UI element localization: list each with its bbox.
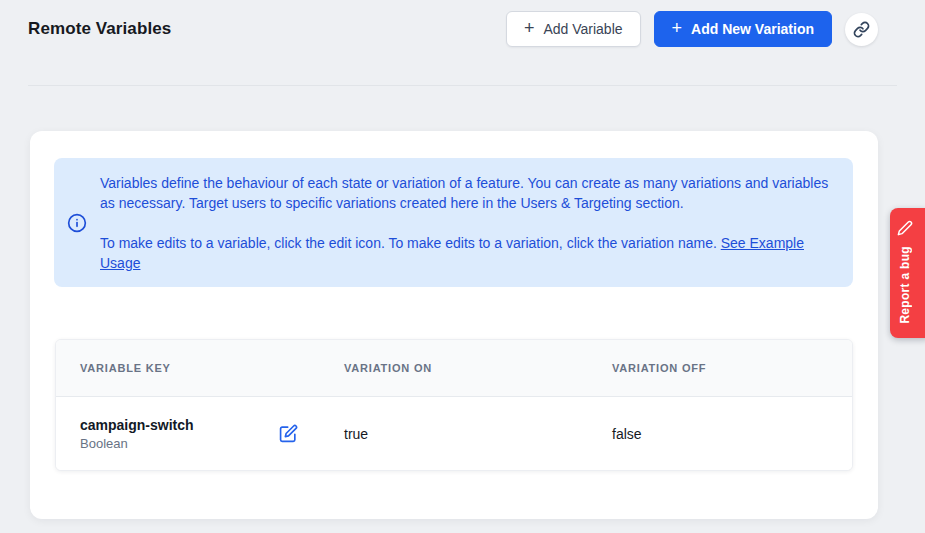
info-icon-column	[54, 213, 100, 233]
variable-key-name: campaign-switch	[80, 415, 194, 435]
table-header-row: Variable Key Variation On Variation Off	[56, 340, 852, 397]
variation-off-value: false	[588, 426, 852, 442]
info-paragraph-2: To make edits to a variable, click the e…	[100, 233, 837, 273]
plus-icon: +	[524, 19, 535, 37]
variable-key-cell: campaign-switch Boolean	[56, 415, 320, 453]
pencil-icon	[897, 220, 913, 236]
variable-type: Boolean	[80, 435, 194, 453]
info-banner: Variables define the behaviour of each s…	[54, 158, 853, 287]
link-chain-icon	[853, 21, 870, 38]
header-actions: + Add Variable + Add New Variation	[506, 11, 878, 47]
info-paragraph-1: Variables define the behaviour of each s…	[100, 173, 837, 213]
column-header-variation-on: Variation On	[320, 362, 588, 374]
info-paragraph-2-text: To make edits to a variable, click the e…	[100, 235, 721, 251]
column-header-variation-off: Variation Off	[588, 362, 852, 374]
table-row: campaign-switch Boolean true false	[56, 397, 852, 470]
info-text: Variables define the behaviour of each s…	[100, 173, 853, 273]
page-title: Remote Variables	[28, 19, 171, 39]
edit-pencil-square-icon	[279, 424, 298, 443]
edit-variable-button[interactable]	[279, 424, 298, 443]
add-new-variation-button[interactable]: + Add New Variation	[654, 11, 832, 47]
add-variable-button[interactable]: + Add Variable	[506, 11, 641, 47]
header-divider	[28, 85, 897, 86]
report-a-bug-label: Report a bug	[898, 246, 912, 324]
add-new-variation-label: Add New Variation	[691, 21, 814, 37]
column-header-variable-key: Variable Key	[56, 362, 320, 374]
remote-variables-card: Variables define the behaviour of each s…	[30, 131, 878, 519]
plus-icon: +	[672, 19, 683, 37]
page-header: Remote Variables + Add Variable + Add Ne…	[0, 0, 925, 58]
page: Remote Variables + Add Variable + Add Ne…	[0, 0, 925, 533]
variables-table: Variable Key Variation On Variation Off …	[55, 339, 853, 471]
variation-on-value: true	[320, 426, 588, 442]
add-variable-label: Add Variable	[543, 21, 622, 37]
copy-link-button[interactable]	[845, 13, 878, 46]
variable-key-text: campaign-switch Boolean	[80, 415, 194, 453]
info-circle-icon	[67, 213, 87, 233]
report-a-bug-tab[interactable]: Report a bug	[890, 208, 925, 338]
